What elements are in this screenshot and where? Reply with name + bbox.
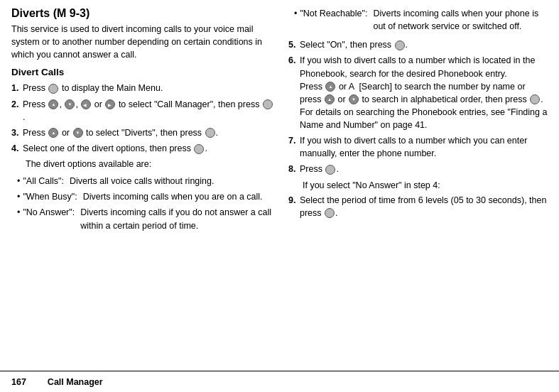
footer-section: Call Manager [48, 377, 103, 387]
step-3-num: 3. [11, 126, 18, 139]
left-steps-list: 1. Press to display the Main Menu. 2. Pr… [11, 82, 274, 155]
step-5: 5. Select "On", then press . [288, 38, 548, 51]
option-label-4: "Not Reachable": [300, 7, 367, 33]
option-desc-1: Diverts all voice calls without ringing. [70, 175, 215, 187]
option-label-2: "When Busy": [23, 190, 77, 203]
step-9-text: Select the period of time from 6 levels … [300, 195, 546, 218]
option-desc-2: Diverts incoming calls when you are on a… [83, 190, 263, 203]
step-1-num: 1. [11, 82, 18, 94]
bullet-content-1: "All Calls": Diverts all voice calls wit… [23, 175, 214, 187]
step-3: 3. Press or to select "Diverts", then pr… [11, 126, 274, 139]
nav-btn-up-3 [48, 128, 58, 138]
step-5-text: Select "On", then press . [300, 40, 408, 50]
step-1-text: Press to display the Main Menu. [23, 83, 163, 93]
nav-btn-down-6 [349, 94, 359, 104]
step-4-num: 4. [11, 142, 18, 155]
right-column: • "Not Reachable": Diverts incoming call… [288, 7, 548, 364]
bullet-content-3: "No Answer": Diverts incoming calls if y… [23, 206, 274, 232]
no-answer-note: If you select "No Answer" in step 4: [288, 179, 548, 192]
page-title: Diverts (M 9-3) [11, 7, 274, 20]
step-9-num: 9. [288, 194, 295, 207]
option-desc-3: Diverts incoming calls if you do not ans… [80, 206, 274, 232]
step-9: 9. Select the period of time from 6 leve… [288, 194, 548, 219]
nav-btn-center-5 [395, 40, 405, 50]
intro-text: This service is used to divert incoming … [11, 23, 274, 61]
step-4-text: Select one of the divert options, then p… [23, 143, 207, 153]
nav-btn-center-2 [263, 99, 273, 109]
step-6-num: 6. [288, 54, 295, 67]
step-8-text: Press . [300, 164, 339, 174]
bullet-4: • [294, 7, 297, 33]
bullet-content-4: "Not Reachable": Diverts incoming calls … [300, 7, 548, 33]
step-1: 1. Press to display the Main Menu. [11, 82, 274, 94]
nav-btn-up-6b [325, 94, 335, 104]
step-7-num: 7. [288, 134, 295, 147]
page: Diverts (M 9-3) This service is used to … [0, 0, 559, 392]
step-8: 8. Press . [288, 163, 548, 175]
divert-option-no-answer: • "No Answer": Diverts incoming calls if… [17, 206, 274, 232]
not-reachable-list: • "Not Reachable": Diverts incoming call… [288, 7, 548, 33]
nav-btn-center-6 [530, 94, 540, 104]
step-2: 2. Press , , or to select "Call Manager"… [11, 98, 274, 124]
step-9-list: 9. Select the period of time from 6 leve… [288, 194, 548, 219]
nav-btn-right-2 [105, 99, 115, 109]
divert-intro: The divert options available are: [11, 158, 274, 170]
divert-options-list: • "All Calls": Diverts all voice calls w… [11, 175, 274, 232]
option-label-3: "No Answer": [23, 206, 75, 232]
nav-btn-center-3 [205, 128, 215, 138]
step-6-text: If you wish to divert calls to a number … [300, 55, 547, 130]
step-8-num: 8. [288, 163, 295, 175]
content-area: Diverts (M 9-3) This service is used to … [0, 0, 559, 371]
nav-btn-center-4 [194, 144, 204, 154]
step-7-text: If you wish to divert calls to a number … [300, 136, 527, 158]
divert-option-when-busy: • "When Busy": Diverts incoming calls wh… [17, 190, 274, 203]
step-4: 4. Select one of the divert options, the… [11, 142, 274, 155]
divert-option-not-reachable: • "Not Reachable": Diverts incoming call… [294, 7, 548, 33]
nav-btn-down-3 [73, 128, 83, 138]
bullet-3: • [17, 206, 20, 232]
section-title: Divert Calls [11, 67, 274, 77]
step-2-text: Press , , or to select "Call Manager", t… [23, 99, 273, 122]
right-steps-list: 5. Select "On", then press . 6. If you w… [288, 38, 548, 175]
nav-btn-left-2 [81, 99, 91, 109]
step-2-num: 2. [11, 98, 18, 111]
nav-btn-center-9 [325, 208, 335, 218]
bullet-2: • [17, 190, 20, 203]
footer-page-num: 167 [11, 377, 26, 387]
option-label-1: "All Calls": [23, 175, 64, 187]
bullet-content-2: "When Busy": Diverts incoming calls when… [23, 190, 262, 203]
nav-btn-up-6 [325, 82, 335, 92]
step-7: 7. If you wish to divert calls to a numb… [288, 134, 548, 160]
step-6: 6. If you wish to divert calls to a numb… [288, 54, 548, 131]
left-column: Diverts (M 9-3) This service is used to … [11, 7, 274, 364]
nav-btn-up-2 [48, 99, 58, 109]
bullet-1: • [17, 175, 20, 187]
nav-btn-down-2 [65, 99, 75, 109]
step-3-text: Press or to select "Diverts", then press… [23, 128, 218, 138]
nav-btn-center-1 [48, 84, 58, 94]
nav-btn-center-8 [325, 165, 335, 175]
option-desc-4: Diverts incoming calls when your phone i… [373, 7, 548, 33]
divert-option-all-calls: • "All Calls": Diverts all voice calls w… [17, 175, 274, 187]
footer: 167 Call Manager [0, 371, 559, 392]
step-5-num: 5. [288, 38, 295, 51]
